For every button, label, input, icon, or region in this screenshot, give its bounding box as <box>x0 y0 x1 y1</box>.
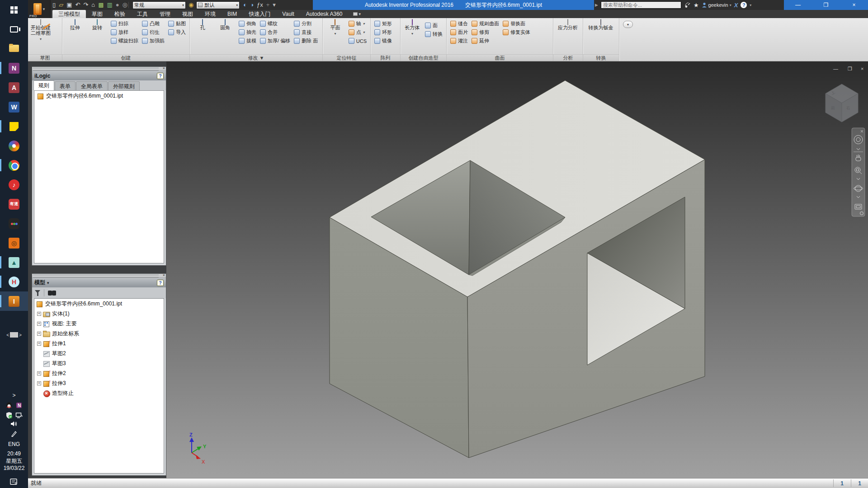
ruled-surface-button[interactable]: 规则曲面 <box>470 19 501 28</box>
loft-button[interactable]: 放样 <box>109 28 140 37</box>
network-tray-icon[interactable] <box>15 412 23 419</box>
close-panel-icon[interactable]: × <box>163 66 165 70</box>
file-explorer-button[interactable] <box>0 39 28 58</box>
task-view-button[interactable] <box>0 19 28 39</box>
ribbon-tab[interactable]: Vault <box>276 10 300 18</box>
word-button[interactable]: W <box>0 97 28 117</box>
inventor-pro-button[interactable]: I <box>0 291 28 311</box>
direct-edit-button[interactable]: 直接 <box>292 28 320 37</box>
expander-icon[interactable]: + <box>37 381 41 385</box>
restore-button[interactable]: ❐ <box>817 2 835 8</box>
tray-expand-icon[interactable]: > <box>12 390 15 400</box>
redo-icon[interactable]: ↷ <box>83 0 88 10</box>
draft-button[interactable]: 拔模 <box>237 37 258 45</box>
clear-appearance-icon[interactable]: ◑ <box>250 0 254 10</box>
ribbon-tab[interactable]: 管理 <box>154 10 176 18</box>
stitch-button[interactable]: 缝合 <box>448 19 470 28</box>
color-wheel-icon[interactable]: ◉ <box>189 0 193 10</box>
parameters-fx-icon[interactable]: ƒx <box>257 0 263 10</box>
ribbon-tab[interactable]: Autodesk A360 <box>300 10 349 18</box>
fillet-button[interactable]: 圆角 <box>214 19 236 30</box>
emboss-button[interactable]: 凸雕 <box>140 19 166 28</box>
ribbon-tab[interactable]: 草图 <box>86 10 108 18</box>
create-2d-sketch-button[interactable]: 开始创建 二维草图 ▾ <box>30 19 52 42</box>
model-panel-title[interactable]: 模型▾ ? <box>32 278 166 287</box>
clock[interactable]: 20:49 星期五 19/03/22 <box>4 450 25 472</box>
appearance-combo[interactable]: 默认▾ <box>196 1 240 9</box>
freeform-convert-button[interactable]: 转换 <box>423 30 444 38</box>
chamfer-button[interactable]: 倒角 <box>237 19 258 28</box>
render-globe-icon[interactable]: ◎ <box>123 0 127 10</box>
import-button[interactable]: 导入 <box>166 28 188 37</box>
ilogic-tab[interactable]: 全局表单 <box>76 81 108 90</box>
sweep-button[interactable]: 扫掠 <box>109 19 140 28</box>
h-app-button[interactable]: H <box>0 272 28 291</box>
home-icon[interactable]: ⌂ <box>91 0 95 10</box>
coil-button[interactable]: 螺旋扫掠 <box>109 37 140 45</box>
new-file-icon[interactable]: ▯ <box>52 0 56 10</box>
delete-face-button[interactable]: 删除 面 <box>292 37 320 45</box>
ribbon-tab[interactable]: 快速入门 <box>243 10 276 18</box>
scroll-left-icon[interactable]: < <box>6 333 9 338</box>
close-button[interactable]: × <box>845 2 863 8</box>
shell-button[interactable]: 抽壳 <box>237 28 258 37</box>
decal-button[interactable]: 贴图 <box>166 19 188 28</box>
combine-button[interactable]: 合并 <box>258 28 292 37</box>
ribbon-tab[interactable]: BIM <box>222 10 243 18</box>
material-book-icon[interactable]: ▥ <box>107 0 112 10</box>
search-input[interactable] <box>601 1 681 9</box>
help-icon[interactable]: ? <box>157 73 164 79</box>
replace-face-button[interactable]: 替换面 <box>501 19 532 28</box>
ucs-button[interactable]: UCS <box>347 37 368 45</box>
undo-icon[interactable]: ↶ <box>75 0 80 10</box>
trim-surface-button[interactable]: 修剪 <box>470 28 501 37</box>
adjust-material-icon[interactable]: ◐ <box>243 0 247 10</box>
expander-icon[interactable]: + <box>37 312 41 316</box>
panel-drag-handle[interactable]: × <box>32 274 166 278</box>
work-point-button[interactable]: 点▾ <box>347 28 368 37</box>
scroll-thumb[interactable] <box>10 332 18 338</box>
add-qat-icon[interactable]: + <box>266 0 270 10</box>
application-menu-button[interactable]: ▾ PRO <box>28 0 51 18</box>
language-indicator[interactable]: ENG <box>8 441 20 447</box>
satellite-icon[interactable] <box>684 2 691 8</box>
inventor-viewer-button[interactable]: ▲ <box>0 253 28 272</box>
doc-close-button[interactable]: × <box>861 66 863 71</box>
rib-button[interactable]: 加强筋 <box>140 37 166 45</box>
panel-drag-handle[interactable]: × <box>32 67 166 71</box>
minimize-button[interactable]: — <box>789 2 807 8</box>
open-icon[interactable]: ▱ <box>59 0 63 10</box>
notification-center-icon[interactable] <box>9 478 19 486</box>
chrome-button[interactable] <box>0 155 28 175</box>
patch-button[interactable]: 面片 <box>448 28 470 37</box>
tree-item[interactable]: + 拉伸1 <box>34 338 164 348</box>
volume-tray-icon[interactable] <box>10 420 18 427</box>
view-cube-face-right[interactable]: 右 <box>846 106 850 110</box>
freeform-box-button[interactable]: 长方体▾ <box>402 19 422 37</box>
material-combo[interactable]: 常规▾ <box>132 1 186 9</box>
qq-tray-icon[interactable] <box>5 402 13 409</box>
view-cube-face-front[interactable]: 前 <box>831 106 835 110</box>
ribbon-tab[interactable]: 环境 <box>199 10 222 18</box>
expander-icon[interactable]: + <box>37 322 41 326</box>
qat-more-icon[interactable]: ▾ <box>273 0 276 10</box>
exchange-apps-icon[interactable]: X <box>734 2 738 9</box>
ribbon-options-button[interactable]: ▾ <box>623 21 633 28</box>
ilogic-tab[interactable]: 外部规则 <box>108 81 140 90</box>
extend-surface-button[interactable]: 延伸 <box>470 37 501 45</box>
ribbon-tab[interactable]: 检验 <box>108 10 131 18</box>
tree-item[interactable]: + 拉伸3 <box>34 378 164 388</box>
youdao-dict-button[interactable]: 有道 <box>0 194 28 214</box>
pen-tray-icon[interactable] <box>10 430 18 437</box>
work-plane-button[interactable]: 平面▾ <box>325 19 346 37</box>
save-icon[interactable]: ▣ <box>66 0 72 10</box>
extrude-button[interactable]: 拉伸 <box>64 19 86 30</box>
tree-item[interactable]: + 造型终止 <box>34 388 164 398</box>
work-axis-button[interactable]: 轴▾ <box>347 19 368 28</box>
expander-icon[interactable]: + <box>37 332 41 336</box>
ilogic-rules-list[interactable]: 交错形零件内径6.6mm_0001.ipt <box>34 90 164 263</box>
tree-item[interactable]: + 原始坐标系 <box>34 328 164 338</box>
start-button[interactable] <box>0 0 28 19</box>
favorites-star-icon[interactable]: ★ <box>693 2 699 9</box>
ilogic-tab[interactable]: 表单 <box>55 81 75 90</box>
